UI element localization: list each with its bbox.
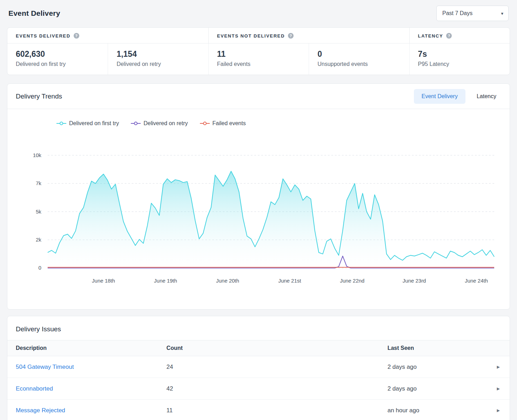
stats-group-events-delivered: EVENTS DELIVERED ? [7,28,208,43]
stats-card: EVENTS DELIVERED ? EVENTS NOT DELIVERED … [7,27,510,75]
metric-p95-latency: 7s P95 Latency [409,43,510,75]
delivery-issues-card: Delivery Issues Description Count Last S… [7,316,510,420]
stats-group-latency: LATENCY ? [409,28,510,43]
issues-title: Delivery Issues [16,325,501,333]
table-row[interactable]: Message Rejected 11 an hour ago ▸ [7,400,510,420]
issue-count-cell: 11 [158,400,379,420]
issue-last-seen-cell: 2 days ago [379,378,487,400]
issues-table-header-row: Description Count Last Seen [7,340,510,356]
y-axis-tick: 7k [36,180,41,186]
metric-label: Delivered on retry [116,61,200,67]
metric-value: 0 [317,49,401,59]
metric-delivered-retry: 1,154 Delivered on retry [108,43,208,75]
metric-delivered-first-try: 602,630 Delivered on first try [7,43,108,75]
metric-value: 7s [418,49,501,59]
legend-item[interactable]: Failed events [200,120,246,127]
tab-event-delivery[interactable]: Event Delivery [414,89,465,104]
chart-legend: Delivered on first try Delivered on retr… [56,120,510,127]
x-axis-tick: June 22nd [340,278,364,284]
issues-title-wrap: Delivery Issues [7,316,510,340]
issue-expand-cell: ▸ [487,378,510,400]
issue-description-cell: 504 Gateway Timeout [7,356,158,378]
issue-last-seen-cell: 2 days ago [379,356,487,378]
legend-marker-icon [200,121,210,126]
y-axis-tick: 5k [36,209,41,215]
trends-header: Delivery Trends Event Delivery Latency [7,84,510,109]
issue-count-cell: 24 [158,356,379,378]
series-area [48,171,494,268]
help-icon[interactable]: ? [74,33,79,39]
stats-body-row: 602,630 Delivered on first try 1,154 Del… [7,43,510,75]
legend-marker-icon [56,121,66,126]
delivery-trends-chart: 02k5k7k10kJune 18thJune 19thJune 20thJun… [7,134,510,299]
column-header-count: Count [158,340,379,356]
stats-group-label: EVENTS NOT DELIVERED [217,33,285,39]
metric-unsupported-events: 0 Unsupported events [309,43,409,75]
metric-label: Delivered on first try [16,61,99,67]
issue-description-cell: Econnaborted [7,378,158,400]
issue-count-cell: 42 [158,378,379,400]
trends-tabs: Event Delivery Latency [414,89,504,104]
y-axis-tick: 2k [36,237,41,243]
page-title: Event Delivery [8,9,60,18]
x-axis-tick: June 19th [154,278,177,284]
issues-table: Description Count Last Seen 504 Gateway … [7,340,510,420]
metric-label: P95 Latency [418,61,501,67]
trends-title: Delivery Trends [16,93,62,100]
legend-label: Delivered on retry [143,120,188,127]
x-axis-tick: June 20th [216,278,239,284]
issue-link[interactable]: 504 Gateway Timeout [16,364,74,370]
legend-label: Delivered on first try [69,120,119,127]
chart-area: Delivered on first try Delivered on retr… [7,109,510,309]
help-icon[interactable]: ? [288,33,294,39]
x-axis-tick: June 24th [465,278,488,284]
issue-expand-cell: ▸ [487,400,510,420]
stats-group-label: LATENCY [418,33,443,39]
table-row[interactable]: 504 Gateway Timeout 24 2 days ago ▸ [7,356,510,378]
date-range-dropdown[interactable]: Past 7 Days ▾ [436,6,509,21]
metric-value: 1,154 [116,49,200,59]
date-range-value: Past 7 Days [442,10,472,16]
topbar: Event Delivery Past 7 Days ▾ [7,5,510,22]
table-row[interactable]: Econnaborted 42 2 days ago ▸ [7,378,510,400]
chevron-right-icon[interactable]: ▸ [497,385,500,392]
metric-value: 602,630 [16,49,99,59]
issue-expand-cell: ▸ [487,356,510,378]
metric-label: Unsupported events [317,61,401,67]
issue-link[interactable]: Message Rejected [16,407,65,414]
chevron-down-icon: ▾ [501,11,503,16]
stats-header-row: EVENTS DELIVERED ? EVENTS NOT DELIVERED … [7,28,510,43]
stats-group-events-not-delivered: EVENTS NOT DELIVERED ? [208,28,409,43]
legend-label: Failed events [213,120,246,127]
column-header-actions [487,340,510,356]
metric-value: 11 [217,49,300,59]
x-axis-tick: June 21st [278,278,301,284]
chevron-right-icon[interactable]: ▸ [497,407,500,414]
y-axis-tick: 10k [33,152,42,158]
stats-group-label: EVENTS DELIVERED [16,33,70,39]
chevron-right-icon[interactable]: ▸ [497,364,500,370]
metric-failed-events: 11 Failed events [208,43,309,75]
x-axis-tick: June 23rd [403,278,426,284]
legend-item[interactable]: Delivered on first try [56,120,119,127]
event-delivery-page: Event Delivery Past 7 Days ▾ EVENTS DELI… [0,0,517,420]
issue-link[interactable]: Econnaborted [16,385,53,392]
help-icon[interactable]: ? [446,33,452,39]
metric-label: Failed events [217,61,300,67]
tab-latency[interactable]: Latency [469,89,504,104]
issue-last-seen-cell: an hour ago [379,400,487,420]
x-axis-tick: June 18th [92,278,115,284]
delivery-trends-card: Delivery Trends Event Delivery Latency D… [7,83,510,310]
y-axis-tick: 0 [39,265,41,271]
legend-item[interactable]: Delivered on retry [131,120,188,127]
column-header-last-seen: Last Seen [379,340,487,356]
issue-description-cell: Message Rejected [7,400,158,420]
legend-marker-icon [131,121,141,126]
column-header-description: Description [7,340,158,356]
